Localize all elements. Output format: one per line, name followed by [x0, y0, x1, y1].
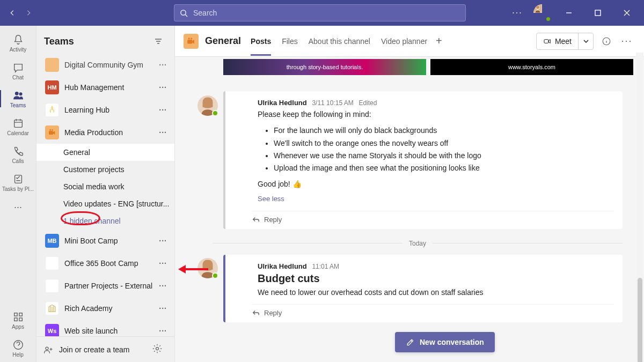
- add-tab-button[interactable]: +: [436, 35, 442, 47]
- team-item[interactable]: Rich Academy ···: [36, 297, 174, 320]
- team-more-button[interactable]: ···: [156, 282, 170, 290]
- rail-chat[interactable]: Chat: [0, 57, 36, 85]
- svg-rect-7: [14, 175, 21, 183]
- team-item[interactable]: MB Mini Boot Camp ···: [36, 230, 174, 252]
- help-icon: [12, 339, 24, 351]
- teams-icon: [12, 90, 24, 101]
- message-text: We need to lower our overhead costs and …: [258, 287, 614, 298]
- team-more-button[interactable]: ···: [156, 259, 170, 268]
- forward-button[interactable]: [22, 6, 35, 19]
- tab-about[interactable]: About this channel: [309, 27, 370, 56]
- team-name: Learning Hub: [64, 106, 156, 114]
- team-more-button[interactable]: ···: [156, 128, 170, 137]
- search-icon: [180, 9, 188, 17]
- team-item[interactable]: Ws Web site launch ···: [36, 320, 174, 336]
- scrollbar[interactable]: [636, 53, 643, 361]
- maximize-button[interactable]: [587, 4, 609, 21]
- team-more-button[interactable]: ···: [156, 304, 170, 313]
- svg-point-4: [15, 92, 18, 95]
- rail-calls[interactable]: Calls: [0, 141, 36, 168]
- scrollbar-thumb[interactable]: [638, 278, 642, 362]
- new-conversation: New conversation: [395, 332, 495, 352]
- reply-icon: [252, 216, 260, 223]
- team-avatar: HM: [45, 80, 59, 94]
- rail-apps[interactable]: Apps: [0, 306, 36, 334]
- team-name: Web site launch: [64, 327, 156, 335]
- team-avatar: [45, 103, 59, 117]
- reply-button[interactable]: Reply: [252, 304, 614, 317]
- tab-video[interactable]: Video planner: [381, 27, 427, 56]
- edited-label: Edited: [358, 99, 377, 107]
- team-avatar: [45, 279, 59, 293]
- minimize-button[interactable]: [558, 4, 580, 21]
- day-divider: Today: [213, 240, 623, 247]
- channel-item[interactable]: Social media work: [36, 178, 174, 195]
- rail-more[interactable]: ···: [0, 196, 36, 218]
- rail-help[interactable]: Help: [0, 334, 36, 362]
- close-button[interactable]: [616, 4, 638, 21]
- channel-item[interactable]: Video updates - ENG [structur...: [36, 195, 174, 212]
- rail-tasks[interactable]: Tasks by Pl...: [0, 168, 36, 196]
- channel-tabs: Posts Files About this channel Video pla…: [251, 27, 427, 56]
- channel-more-button[interactable]: ···: [619, 34, 634, 49]
- rail-label: Tasks by Pl...: [2, 186, 34, 192]
- search-box[interactable]: [174, 4, 466, 21]
- team-item[interactable]: HM Hub Management ···: [36, 76, 174, 99]
- author-name[interactable]: Ulrika Hedlund: [258, 262, 307, 270]
- message-text: Please keep the following in mind:: [258, 109, 614, 120]
- presence-indicator: [545, 16, 551, 22]
- settings-button[interactable]: [152, 343, 168, 356]
- svg-rect-9: [19, 313, 22, 316]
- rail-label: Help: [12, 352, 24, 358]
- panel-header: Teams: [36, 26, 174, 57]
- svg-rect-8: [14, 313, 17, 316]
- reply-button[interactable]: Reply: [252, 211, 614, 224]
- join-create-link[interactable]: Join or create a team: [59, 345, 152, 354]
- search-input[interactable]: [192, 8, 460, 18]
- team-more-button[interactable]: ···: [156, 61, 170, 69]
- calendar-icon: [12, 117, 24, 129]
- rail-calendar[interactable]: Calendar: [0, 113, 36, 141]
- hidden-channel-link[interactable]: 1 hidden channel: [36, 212, 174, 230]
- posts-region: through story-based tutorials. www.story…: [175, 57, 644, 362]
- tab-files[interactable]: Files: [282, 27, 298, 56]
- team-avatar: [45, 301, 59, 315]
- channel-item[interactable]: Customer projects: [36, 161, 174, 178]
- svg-rect-3: [595, 10, 601, 16]
- new-conversation-button[interactable]: New conversation: [395, 332, 495, 352]
- team-more-button[interactable]: ···: [156, 327, 170, 335]
- channel-general[interactable]: General: [36, 144, 174, 161]
- tab-posts[interactable]: Posts: [251, 27, 271, 56]
- svg-point-0: [181, 10, 186, 14]
- svg-rect-21: [544, 39, 548, 43]
- bell-icon: [12, 34, 24, 46]
- team-more-button[interactable]: ···: [156, 106, 170, 114]
- team-avatar: MB: [45, 234, 59, 248]
- filter-button[interactable]: [151, 34, 166, 49]
- team-more-button[interactable]: ···: [156, 237, 170, 245]
- rail-activity[interactable]: Activity: [0, 29, 36, 57]
- team-avatar: [45, 256, 59, 270]
- team-item[interactable]: Digital Community Gym ···: [36, 57, 174, 76]
- more-options-button[interactable]: ···: [509, 4, 526, 21]
- meet-button[interactable]: Meet: [536, 33, 594, 50]
- team-item[interactable]: Learning Hub ···: [36, 99, 174, 121]
- back-button[interactable]: [6, 6, 19, 19]
- profile-avatar[interactable]: [533, 4, 551, 21]
- channel-info-button[interactable]: [599, 34, 614, 49]
- svg-rect-13: [49, 131, 53, 135]
- app-rail: Activity Chat Teams Calendar Calls Tasks…: [0, 26, 36, 362]
- message-avatar[interactable]: [197, 95, 218, 116]
- message-avatar[interactable]: [197, 258, 218, 278]
- team-item-media[interactable]: Media Production ···: [36, 121, 174, 144]
- see-less-link[interactable]: See less: [258, 194, 284, 204]
- author-name[interactable]: Ulrika Hedlund: [258, 99, 307, 107]
- team-more-button[interactable]: ···: [156, 83, 170, 92]
- message-title: Budget cuts: [258, 272, 614, 285]
- bullet: We'll switch to the orange ones the nove…: [274, 138, 614, 149]
- rail-teams[interactable]: Teams: [0, 85, 36, 113]
- team-item[interactable]: Partner Projects - External ···: [36, 275, 174, 297]
- team-item[interactable]: Office 365 Boot Camp ···: [36, 252, 174, 275]
- meet-dropdown[interactable]: [578, 33, 593, 49]
- svg-point-20: [191, 38, 192, 39]
